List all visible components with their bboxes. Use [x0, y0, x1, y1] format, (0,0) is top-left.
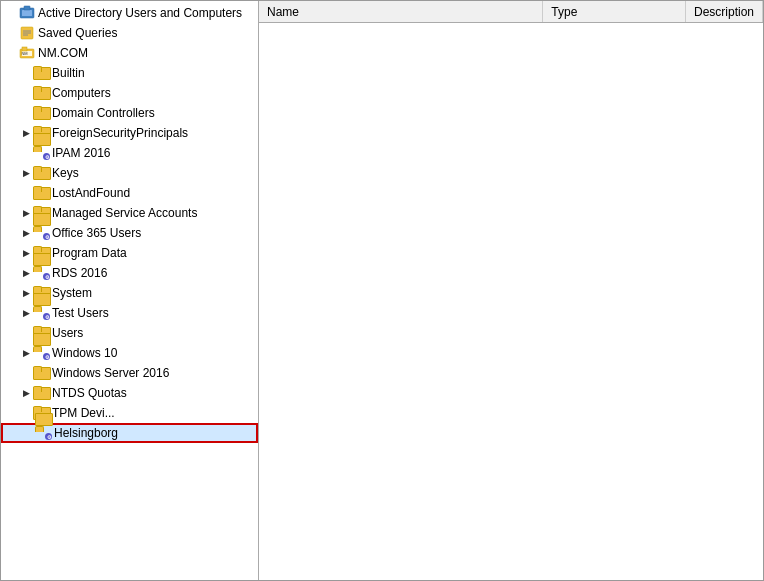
- special-overlay: ⚙: [45, 433, 52, 440]
- tree-item-domain-controllers[interactable]: Domain Controllers: [1, 103, 258, 123]
- tree-label-windows-10: Windows 10: [52, 346, 117, 360]
- folder-special-shape: ⚙: [33, 346, 49, 360]
- svg-rect-2: [24, 6, 30, 10]
- expand-arrow-rds-2016[interactable]: [19, 268, 33, 278]
- expand-arrow-ntds-quotas[interactable]: [19, 388, 33, 398]
- tree-item-ipam-2016[interactable]: ⚙ IPAM 2016: [1, 143, 258, 163]
- tree-item-saved-queries[interactable]: Saved Queries: [1, 23, 258, 43]
- folder-icon-builtin: [33, 65, 49, 81]
- folder-special-shape: ⚙: [33, 226, 49, 240]
- tree-item-keys[interactable]: Keys: [1, 163, 258, 183]
- folder-shape: [33, 186, 49, 200]
- tree-items-container: Saved Queries NM NM.COMBuiltinComputersD…: [1, 23, 258, 443]
- content-area: [259, 23, 763, 580]
- column-headers: Name Type Description: [259, 1, 763, 23]
- expand-arrow-managed-service[interactable]: [19, 208, 33, 218]
- domain-icon-nm-com: NM: [19, 45, 35, 61]
- folder-icon-keys: [33, 165, 49, 181]
- domain-svg: NM: [19, 45, 35, 61]
- folder-special-icon-ipam-2016: ⚙: [33, 145, 49, 161]
- folder-shape: [33, 106, 49, 120]
- folder-icon-windows-server-2016: [33, 365, 49, 381]
- folder-icon-computers: [33, 85, 49, 101]
- saved-queries-icon-saved-queries: [19, 25, 35, 41]
- tree-label-helsingborg: Helsingborg: [54, 426, 118, 440]
- tree-label-tpm-devices: TPM Devi...: [52, 406, 115, 420]
- expand-arrow-office365[interactable]: [19, 228, 33, 238]
- col-desc-header: Description: [686, 1, 763, 22]
- expand-arrow-system[interactable]: [19, 288, 33, 298]
- tree-item-helsingborg[interactable]: ⚙ Helsingborg: [1, 423, 258, 443]
- folder-special-shape: ⚙: [35, 426, 51, 440]
- folder-shape: [33, 86, 49, 100]
- tree-label-ntds-quotas: NTDS Quotas: [52, 386, 127, 400]
- tree-root[interactable]: Active Directory Users and Computers: [1, 3, 258, 23]
- folder-shape: [33, 386, 49, 400]
- expand-arrow-foreign-security[interactable]: [19, 128, 33, 138]
- tree-item-computers[interactable]: Computers: [1, 83, 258, 103]
- tree-label-keys: Keys: [52, 166, 79, 180]
- tree-label-computers: Computers: [52, 86, 111, 100]
- tree-item-windows-10[interactable]: ⚙ Windows 10: [1, 343, 258, 363]
- folder-shape: [33, 166, 49, 180]
- tree-item-windows-server-2016[interactable]: Windows Server 2016: [1, 363, 258, 383]
- tree-label-office365: Office 365 Users: [52, 226, 141, 240]
- expand-arrow-test-users[interactable]: [19, 308, 33, 318]
- tree-label-managed-service: Managed Service Accounts: [52, 206, 197, 220]
- tree-label-test-users: Test Users: [52, 306, 109, 320]
- folder-icon-ntds-quotas: [33, 385, 49, 401]
- folder-icon-domain-controllers: [33, 105, 49, 121]
- saved-queries-svg: [19, 25, 35, 41]
- folder-special-icon-office365: ⚙: [33, 225, 49, 241]
- tree-label-windows-server-2016: Windows Server 2016: [52, 366, 169, 380]
- expand-arrow-program-data[interactable]: [19, 248, 33, 258]
- folder-icon-lost-found: [33, 185, 49, 201]
- tree-label-nm-com: NM.COM: [38, 46, 88, 60]
- tree-label-foreign-security: ForeignSecurityPrincipals: [52, 126, 188, 140]
- tree-label-domain-controllers: Domain Controllers: [52, 106, 155, 120]
- tree-label-system: System: [52, 286, 92, 300]
- folder-special-icon-rds-2016: ⚙: [33, 265, 49, 281]
- folder-special-shape: ⚙: [33, 266, 49, 280]
- tree-label-program-data: Program Data: [52, 246, 127, 260]
- main-container: Active Directory Users and Computers Sav…: [0, 0, 764, 581]
- folder-shape: [33, 66, 49, 80]
- col-name-header: Name: [259, 1, 543, 22]
- folder-special-icon-windows-10: ⚙: [33, 345, 49, 361]
- special-overlay: ⚙: [43, 153, 50, 160]
- svg-rect-1: [22, 10, 32, 16]
- folder-shape: [33, 366, 49, 380]
- expand-arrow-windows-10[interactable]: [19, 348, 33, 358]
- right-panel: Name Type Description: [259, 1, 763, 580]
- tree-label-saved-queries: Saved Queries: [38, 26, 117, 40]
- root-label: Active Directory Users and Computers: [38, 6, 242, 20]
- root-icon: [19, 5, 35, 21]
- tree-label-rds-2016: RDS 2016: [52, 266, 107, 280]
- folder-special-icon-test-users: ⚙: [33, 305, 49, 321]
- svg-text:NM: NM: [21, 51, 27, 56]
- tree-item-office365[interactable]: ⚙ Office 365 Users: [1, 223, 258, 243]
- folder-special-shape: ⚙: [33, 146, 49, 160]
- tree-label-builtin: Builtin: [52, 66, 85, 80]
- tree-item-rds-2016[interactable]: ⚙ RDS 2016: [1, 263, 258, 283]
- special-overlay: ⚙: [43, 353, 50, 360]
- tree-label-ipam-2016: IPAM 2016: [52, 146, 110, 160]
- tree-item-test-users[interactable]: ⚙ Test Users: [1, 303, 258, 323]
- tree-item-nm-com[interactable]: NM NM.COM: [1, 43, 258, 63]
- special-overlay: ⚙: [43, 233, 50, 240]
- tree-label-users: Users: [52, 326, 83, 340]
- folder-special-icon-helsingborg: ⚙: [35, 425, 51, 441]
- tree-item-builtin[interactable]: Builtin: [1, 63, 258, 83]
- col-type-header: Type: [543, 1, 686, 22]
- expand-arrow-keys[interactable]: [19, 168, 33, 178]
- tree-panel: Active Directory Users and Computers Sav…: [1, 1, 259, 580]
- tree-item-lost-found[interactable]: LostAndFound: [1, 183, 258, 203]
- folder-special-shape: ⚙: [33, 306, 49, 320]
- special-overlay: ⚙: [43, 313, 50, 320]
- special-overlay: ⚙: [43, 273, 50, 280]
- tree-item-ntds-quotas[interactable]: NTDS Quotas: [1, 383, 258, 403]
- tree-label-lost-found: LostAndFound: [52, 186, 130, 200]
